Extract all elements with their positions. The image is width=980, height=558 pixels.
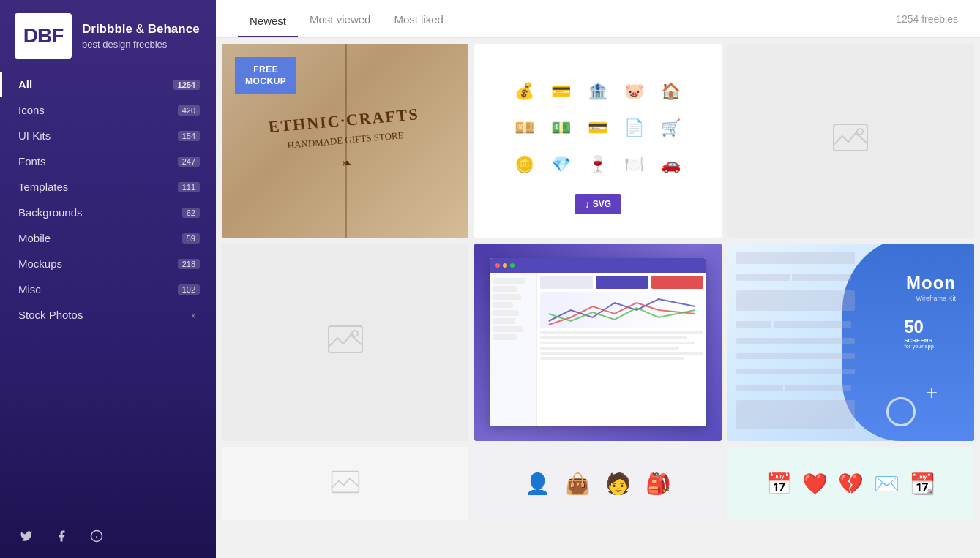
all-badge: 1254 xyxy=(173,80,200,90)
plus-decoration: + xyxy=(926,381,938,404)
svg-point-4 xyxy=(857,129,863,135)
moon-subtitle: Wireframe Kit xyxy=(916,295,956,302)
tabs: Newest Most viewed Most liked xyxy=(238,0,455,37)
tab-most-liked[interactable]: Most liked xyxy=(382,0,455,37)
sidebar-item-stock-photos[interactable]: Stock Photos x xyxy=(0,302,216,328)
icon-person2: 🧑 xyxy=(605,472,631,496)
brand-name: Dribbble & Behance xyxy=(82,20,200,38)
svg-rect-7 xyxy=(332,471,359,492)
calendar-icon: 📅 xyxy=(766,472,792,496)
broken-heart-icon: 💔 xyxy=(838,472,864,496)
placeholder-card-1[interactable] xyxy=(727,44,974,238)
icon-cell: 💳 xyxy=(545,75,577,108)
icon-bag2: 🎒 xyxy=(646,472,671,496)
nav-list: All 1254 Icons 420 UI Kits 154 Fonts 247… xyxy=(0,67,216,514)
topbar: Newest Most viewed Most liked 1254 freeb… xyxy=(216,0,980,38)
icon-cell: 🪙 xyxy=(509,148,541,181)
svg-rect-5 xyxy=(329,326,362,352)
twitter-icon[interactable] xyxy=(16,526,37,546)
sidebar-item-misc[interactable]: Misc 102 xyxy=(0,276,216,302)
dashboard-mockup xyxy=(490,258,707,426)
backgrounds-badge: 62 xyxy=(182,208,200,218)
icon-cell: 🐷 xyxy=(618,75,651,108)
icon-cell: 💳 xyxy=(582,112,614,144)
wireframe-area xyxy=(733,249,858,440)
image-placeholder-icon xyxy=(832,123,869,159)
icon-cell: 🏦 xyxy=(582,75,614,108)
tab-newest[interactable]: Newest xyxy=(238,0,298,37)
content-grid: ETHNIC·CRAFTS HANDMADE GIFTS STORE ❧ FRE… xyxy=(222,44,974,520)
stock-photos-badge: x xyxy=(187,310,201,320)
sidebar-item-uikits[interactable]: UI Kits 154 xyxy=(0,123,216,148)
svg-download-badge[interactable]: SVG xyxy=(575,194,621,214)
placeholder-card-3[interactable] xyxy=(222,447,468,520)
dot-red xyxy=(495,263,500,268)
icon-cell: 💰 xyxy=(509,75,541,108)
icon-person: 👤 xyxy=(525,472,550,496)
social-bar xyxy=(0,514,216,558)
calendar2-icon: 📆 xyxy=(910,472,935,496)
logo[interactable]: DBF xyxy=(15,13,72,59)
icon-cell: 🍷 xyxy=(582,148,614,181)
icon-cell: 📄 xyxy=(618,112,651,144)
kraft-label: ETHNIC·CRAFTS HANDMADE GIFTS STORE ❧ xyxy=(267,101,423,180)
mail-icon: ✉️ xyxy=(874,472,899,496)
sidebar-item-templates[interactable]: Templates 111 xyxy=(0,174,216,200)
svg-point-6 xyxy=(352,331,358,336)
free-mockup-badge: FREE MOCKUP xyxy=(235,57,296,94)
icon-cell: 💴 xyxy=(509,112,541,144)
sidebar-item-mobile[interactable]: Mobile 59 xyxy=(0,225,216,251)
main-content: Newest Most viewed Most liked 1254 freeb… xyxy=(216,0,980,558)
icons-card-row3[interactable]: 👤 👜 🧑 🎒 xyxy=(474,447,721,520)
mockup-card[interactable]: ETHNIC·CRAFTS HANDMADE GIFTS STORE ❧ FRE… xyxy=(222,44,468,238)
app-icons-card[interactable]: 📅 ❤️ 💔 ✉️ 📆 xyxy=(727,447,974,520)
mobile-badge: 59 xyxy=(182,233,200,244)
image-placeholder-icon-2 xyxy=(327,325,364,361)
mockups-badge: 218 xyxy=(178,259,200,269)
heart-icon: ❤️ xyxy=(802,472,828,496)
sidebar-item-mockups[interactable]: Mockups 218 xyxy=(0,251,216,276)
icon-cell: 🍽️ xyxy=(618,148,651,181)
dot-green xyxy=(510,263,515,268)
dot-yellow xyxy=(503,263,507,268)
grid-area[interactable]: ETHNIC·CRAFTS HANDMADE GIFTS STORE ❧ FRE… xyxy=(216,38,980,558)
brand-sub: best design freebies xyxy=(82,38,200,51)
sidebar-item-all[interactable]: All 1254 xyxy=(0,72,216,97)
icons-badge: 420 xyxy=(178,105,200,116)
freebies-count: 1254 freebies xyxy=(896,13,958,25)
moon-title: Moon xyxy=(906,273,956,293)
moon-count: 50 SCREENS for your app xyxy=(904,317,934,349)
tab-most-viewed[interactable]: Most viewed xyxy=(298,0,382,37)
misc-badge: 102 xyxy=(178,284,200,295)
moon-card[interactable]: Moon Wireframe Kit 50 SCREENS for your a… xyxy=(727,244,974,441)
image-placeholder-icon-3 xyxy=(331,467,360,500)
icon-cell: 🛒 xyxy=(655,112,687,144)
icons-grid: 💰 💳 🏦 🐷 🏠 💴 💵 💳 📄 🛒 🪙 💎 xyxy=(501,68,695,188)
icon-cell: 💎 xyxy=(545,148,577,181)
placeholder-card-2[interactable] xyxy=(222,244,468,441)
dashboard-card[interactable] xyxy=(474,244,721,441)
brand-text: Dribbble & Behance best design freebies xyxy=(82,20,200,51)
icon-bag: 👜 xyxy=(565,472,591,496)
logo-area: DBF Dribbble & Behance best design freeb… xyxy=(0,0,216,67)
sidebar-item-backgrounds[interactable]: Backgrounds 62 xyxy=(0,200,216,225)
fonts-badge: 247 xyxy=(178,157,200,167)
icon-cell: 💵 xyxy=(545,112,577,144)
icon-cell: 🏠 xyxy=(655,75,687,108)
templates-badge: 111 xyxy=(178,182,200,192)
svg-rect-3 xyxy=(834,124,867,151)
icon-cell: 🚗 xyxy=(655,148,687,181)
circle-decoration xyxy=(886,397,916,426)
uikits-badge: 154 xyxy=(178,131,200,141)
sidebar-item-icons[interactable]: Icons 420 xyxy=(0,97,216,123)
sidebar-item-fonts[interactable]: Fonts 247 xyxy=(0,148,216,174)
sidebar: DBF Dribbble & Behance best design freeb… xyxy=(0,0,216,558)
icons-card[interactable]: 💰 💳 🏦 🐷 🏠 💴 💵 💳 📄 🛒 🪙 💎 xyxy=(474,44,721,238)
info-icon[interactable] xyxy=(86,526,107,546)
chart-area xyxy=(540,292,704,328)
facebook-icon[interactable] xyxy=(51,526,72,546)
